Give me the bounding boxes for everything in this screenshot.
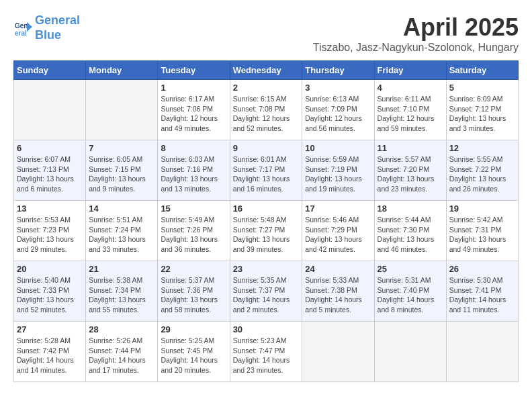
day-cell: 21Sunrise: 5:38 AMSunset: 7:34 PMDayligh… <box>86 261 158 322</box>
general-blue-icon: Gen eral <box>13 19 32 38</box>
logo: Gen eral General Blue <box>13 13 80 42</box>
day-number: 8 <box>161 143 226 153</box>
svg-marker-3 <box>27 22 32 32</box>
day-number: 11 <box>378 143 443 153</box>
day-cell: 20Sunrise: 5:40 AMSunset: 7:33 PMDayligh… <box>14 261 86 322</box>
day-detail: Sunrise: 5:55 AMSunset: 7:22 PMDaylight:… <box>449 154 515 194</box>
day-cell: 23Sunrise: 5:35 AMSunset: 7:37 PMDayligh… <box>230 261 302 322</box>
day-number: 30 <box>233 324 300 334</box>
day-detail: Sunrise: 5:25 AMSunset: 7:45 PMDaylight:… <box>161 336 226 375</box>
day-number: 17 <box>305 203 371 214</box>
logo-blue: Blue <box>35 28 61 42</box>
day-cell <box>302 322 374 382</box>
day-detail: Sunrise: 6:09 AMSunset: 7:12 PMDaylight:… <box>449 94 515 134</box>
day-cell: 13Sunrise: 5:53 AMSunset: 7:23 PMDayligh… <box>14 201 86 261</box>
day-cell: 9Sunrise: 6:01 AMSunset: 7:17 PMDaylight… <box>230 140 302 201</box>
day-number: 22 <box>161 264 226 274</box>
day-detail: Sunrise: 5:53 AMSunset: 7:23 PMDaylight:… <box>17 215 83 255</box>
day-number: 18 <box>378 203 443 214</box>
day-cell <box>86 80 158 140</box>
day-detail: Sunrise: 5:23 AMSunset: 7:47 PMDaylight:… <box>233 336 300 375</box>
day-detail: Sunrise: 6:17 AMSunset: 7:06 PMDaylight:… <box>161 94 226 134</box>
day-cell: 11Sunrise: 5:57 AMSunset: 7:20 PMDayligh… <box>374 140 446 201</box>
day-detail: Sunrise: 6:07 AMSunset: 7:13 PMDaylight:… <box>17 154 83 194</box>
day-detail: Sunrise: 5:33 AMSunset: 7:38 PMDaylight:… <box>305 275 371 315</box>
day-detail: Sunrise: 5:48 AMSunset: 7:27 PMDaylight:… <box>233 215 300 255</box>
day-detail: Sunrise: 5:28 AMSunset: 7:42 PMDaylight:… <box>17 336 83 375</box>
calendar-table: SundayMondayTuesdayWednesdayThursdayFrid… <box>13 60 519 382</box>
day-number: 14 <box>89 203 154 214</box>
header-monday: Monday <box>86 61 158 80</box>
month-title: April 2025 <box>313 13 519 42</box>
day-number: 3 <box>305 83 371 93</box>
day-number: 15 <box>161 203 226 214</box>
day-detail: Sunrise: 6:15 AMSunset: 7:08 PMDaylight:… <box>233 94 300 134</box>
day-detail: Sunrise: 5:35 AMSunset: 7:37 PMDaylight:… <box>233 275 300 315</box>
day-detail: Sunrise: 6:11 AMSunset: 7:10 PMDaylight:… <box>378 94 443 134</box>
day-number: 1 <box>161 83 226 93</box>
day-cell: 27Sunrise: 5:28 AMSunset: 7:42 PMDayligh… <box>14 322 86 382</box>
day-detail: Sunrise: 5:46 AMSunset: 7:29 PMDaylight:… <box>305 215 371 255</box>
day-detail: Sunrise: 5:57 AMSunset: 7:20 PMDaylight:… <box>378 154 443 194</box>
day-cell: 15Sunrise: 5:49 AMSunset: 7:26 PMDayligh… <box>158 201 230 261</box>
day-number: 13 <box>17 203 83 214</box>
header-thursday: Thursday <box>302 61 374 80</box>
day-detail: Sunrise: 5:49 AMSunset: 7:26 PMDaylight:… <box>161 215 226 255</box>
day-cell: 8Sunrise: 6:03 AMSunset: 7:16 PMDaylight… <box>158 140 230 201</box>
day-cell: 24Sunrise: 5:33 AMSunset: 7:38 PMDayligh… <box>302 261 374 322</box>
day-cell: 17Sunrise: 5:46 AMSunset: 7:29 PMDayligh… <box>302 201 374 261</box>
location-title: Tiszabo, Jasz-Nagykun-Szolonok, Hungary <box>313 42 519 54</box>
day-cell: 3Sunrise: 6:13 AMSunset: 7:09 PMDaylight… <box>302 80 374 140</box>
day-detail: Sunrise: 6:01 AMSunset: 7:17 PMDaylight:… <box>233 154 300 194</box>
day-cell <box>374 322 446 382</box>
day-detail: Sunrise: 5:26 AMSunset: 7:44 PMDaylight:… <box>89 336 154 375</box>
day-number: 5 <box>449 83 515 93</box>
day-cell: 6Sunrise: 6:07 AMSunset: 7:13 PMDaylight… <box>14 140 86 201</box>
day-detail: Sunrise: 5:31 AMSunset: 7:40 PMDaylight:… <box>378 275 443 315</box>
day-cell: 10Sunrise: 5:59 AMSunset: 7:19 PMDayligh… <box>302 140 374 201</box>
title-block: April 2025 Tiszabo, Jasz-Nagykun-Szolono… <box>313 13 519 54</box>
day-cell: 30Sunrise: 5:23 AMSunset: 7:47 PMDayligh… <box>230 322 302 382</box>
day-number: 29 <box>161 324 226 334</box>
day-cell: 5Sunrise: 6:09 AMSunset: 7:12 PMDaylight… <box>446 80 518 140</box>
calendar-header-row: SundayMondayTuesdayWednesdayThursdayFrid… <box>14 61 519 80</box>
day-detail: Sunrise: 6:13 AMSunset: 7:09 PMDaylight:… <box>305 94 371 134</box>
svg-text:eral: eral <box>15 30 27 37</box>
week-row-4: 20Sunrise: 5:40 AMSunset: 7:33 PMDayligh… <box>14 261 519 322</box>
day-number: 16 <box>233 203 300 214</box>
week-row-1: 1Sunrise: 6:17 AMSunset: 7:06 PMDaylight… <box>14 80 519 140</box>
header-sunday: Sunday <box>14 61 86 80</box>
day-number: 10 <box>305 143 371 153</box>
day-number: 24 <box>305 264 371 274</box>
day-cell: 22Sunrise: 5:37 AMSunset: 7:36 PMDayligh… <box>158 261 230 322</box>
day-number: 27 <box>17 324 83 334</box>
logo-general: General <box>35 13 80 27</box>
day-number: 25 <box>378 264 443 274</box>
day-number: 19 <box>449 203 515 214</box>
day-cell: 26Sunrise: 5:30 AMSunset: 7:41 PMDayligh… <box>446 261 518 322</box>
day-cell: 7Sunrise: 6:05 AMSunset: 7:15 PMDaylight… <box>86 140 158 201</box>
week-row-2: 6Sunrise: 6:07 AMSunset: 7:13 PMDaylight… <box>14 140 519 201</box>
day-detail: Sunrise: 5:51 AMSunset: 7:24 PMDaylight:… <box>89 215 154 255</box>
day-cell: 14Sunrise: 5:51 AMSunset: 7:24 PMDayligh… <box>86 201 158 261</box>
header-saturday: Saturday <box>446 61 518 80</box>
day-cell: 2Sunrise: 6:15 AMSunset: 7:08 PMDaylight… <box>230 80 302 140</box>
day-number: 6 <box>17 143 83 153</box>
day-cell: 25Sunrise: 5:31 AMSunset: 7:40 PMDayligh… <box>374 261 446 322</box>
day-number: 20 <box>17 264 83 274</box>
day-number: 23 <box>233 264 300 274</box>
day-cell: 29Sunrise: 5:25 AMSunset: 7:45 PMDayligh… <box>158 322 230 382</box>
day-detail: Sunrise: 5:37 AMSunset: 7:36 PMDaylight:… <box>161 275 226 315</box>
day-detail: Sunrise: 6:03 AMSunset: 7:16 PMDaylight:… <box>161 154 226 194</box>
day-number: 26 <box>449 264 515 274</box>
header-friday: Friday <box>374 61 446 80</box>
day-number: 4 <box>378 83 443 93</box>
day-cell: 19Sunrise: 5:42 AMSunset: 7:31 PMDayligh… <box>446 201 518 261</box>
logo-line1: General Blue <box>35 13 80 42</box>
day-number: 21 <box>89 264 154 274</box>
day-number: 9 <box>233 143 300 153</box>
day-cell: 16Sunrise: 5:48 AMSunset: 7:27 PMDayligh… <box>230 201 302 261</box>
day-cell: 18Sunrise: 5:44 AMSunset: 7:30 PMDayligh… <box>374 201 446 261</box>
day-number: 2 <box>233 83 300 93</box>
day-detail: Sunrise: 5:30 AMSunset: 7:41 PMDaylight:… <box>449 275 515 315</box>
